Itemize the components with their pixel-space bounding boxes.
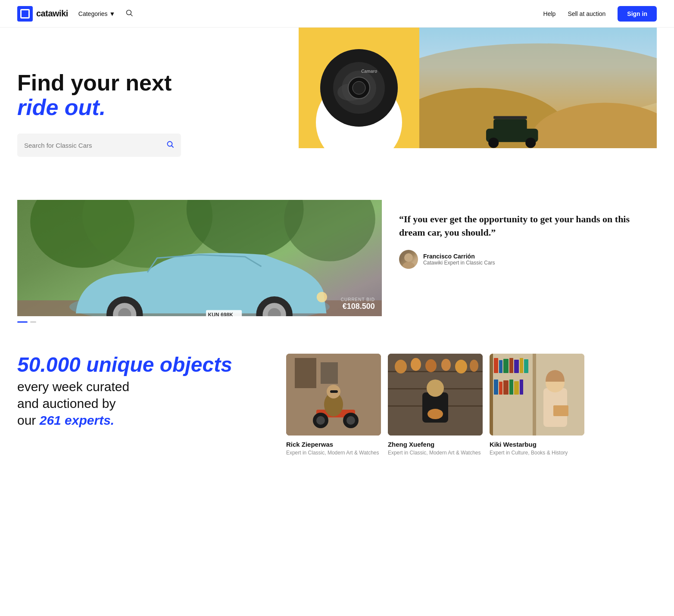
expert-img-1 [286, 354, 381, 436]
svg-rect-69 [499, 360, 502, 373]
logo-text: catawiki [36, 9, 68, 19]
dot-inactive[interactable] [30, 321, 36, 323]
svg-rect-75 [494, 380, 498, 395]
quote-text: “If you ever get the opportunity to get … [399, 213, 657, 240]
desert-landscape-img [419, 28, 657, 148]
author-name: Francisco Carrión [423, 253, 495, 260]
svg-rect-19 [493, 116, 527, 119]
expert-img-2 [388, 354, 483, 436]
svg-point-63 [427, 409, 443, 419]
svg-line-3 [172, 146, 174, 147]
hero-right: Camaro [299, 28, 657, 200]
svg-point-58 [441, 359, 451, 371]
svg-rect-73 [520, 358, 523, 373]
svg-point-55 [395, 360, 407, 373]
svg-rect-68 [494, 358, 498, 373]
hero-yellow-right [419, 28, 657, 148]
hero-headline: Find your next ride out. [17, 71, 281, 120]
expert-specialty-1: Expert in Classic, Modern Art & Watches [286, 450, 381, 456]
svg-point-44 [316, 416, 325, 425]
car-showcase-section: KUN 698K CURRENT BID €108.500 “If you ev… [0, 200, 674, 316]
logo-icon [17, 6, 33, 22]
svg-point-46 [346, 416, 355, 425]
expert-card-2: Zheng Xuefeng Expert in Classic, Modern … [388, 354, 483, 456]
signin-button[interactable]: Sign in [618, 6, 657, 22]
svg-rect-72 [514, 360, 519, 373]
author-info: Francisco Carrión Catawiki Expert in Cla… [423, 253, 495, 266]
svg-rect-40 [295, 358, 316, 388]
svg-rect-70 [503, 359, 509, 373]
quote-author: Francisco Carrión Catawiki Expert in Cla… [399, 250, 657, 269]
hero-section: Find your next ride out. [0, 28, 674, 200]
svg-point-57 [425, 359, 437, 372]
svg-rect-67 [533, 354, 536, 436]
expert-name-3: Kiki Westarbug [490, 441, 584, 448]
author-avatar [399, 250, 418, 269]
bid-overlay: CURRENT BID €108.500 [341, 297, 375, 311]
svg-rect-66 [490, 354, 493, 436]
experts-desc-line2: and auctioned by [17, 396, 116, 411]
search-submit-button[interactable] [166, 140, 174, 150]
experts-text-block: 50.000 unique objects every week curated… [17, 354, 260, 429]
svg-point-33 [317, 292, 327, 302]
svg-rect-49 [330, 390, 338, 393]
svg-rect-76 [499, 382, 502, 395]
experts-description: every week curated and auctioned by our … [17, 378, 260, 429]
expert-specialty-3: Expert in Culture, Books & History [490, 450, 584, 456]
experts-count: 261 experts. [40, 413, 114, 427]
experts-desc-line1: every week curated [17, 380, 129, 394]
author-title: Catawiki Expert in Classic Cars [423, 260, 495, 266]
expert-specialty-2: Expert in Classic, Modern Art & Watches [388, 450, 483, 456]
experts-section: 50.000 unique objects every week curated… [0, 328, 674, 473]
expert-img-3 [490, 354, 584, 436]
svg-rect-71 [509, 358, 513, 373]
svg-point-56 [411, 358, 421, 371]
svg-rect-78 [509, 380, 513, 395]
svg-point-0 [127, 10, 131, 15]
svg-point-36 [404, 253, 413, 262]
svg-rect-77 [503, 380, 509, 395]
categories-label: Categories [78, 10, 108, 17]
logo[interactable]: catawiki [17, 6, 68, 22]
carousel-dots [0, 316, 674, 328]
bid-label: CURRENT BID [341, 297, 375, 302]
experts-desc-line3: our [17, 413, 36, 427]
svg-point-62 [427, 380, 444, 397]
search-input[interactable] [24, 142, 166, 149]
categories-menu[interactable]: Categories ▼ [78, 10, 115, 17]
svg-point-60 [470, 360, 478, 372]
svg-rect-74 [524, 359, 528, 373]
svg-line-1 [131, 14, 133, 16]
experts-stat: 50.000 unique objects [17, 354, 260, 376]
svg-point-17 [488, 137, 499, 148]
hero-headline-blue: ride out. [17, 95, 106, 120]
car-closeup-img: Camaro [320, 49, 398, 127]
svg-rect-80 [520, 380, 523, 395]
svg-rect-83 [553, 405, 568, 416]
search-bar [17, 134, 181, 157]
navbar: catawiki Categories ▼ Help Sell at aucti… [0, 0, 674, 28]
chevron-down-icon: ▼ [109, 10, 115, 17]
help-link[interactable]: Help [543, 10, 556, 17]
hero-yellow-left: Camaro [299, 28, 419, 148]
svg-rect-16 [493, 119, 527, 131]
sell-link[interactable]: Sell at auction [568, 10, 605, 17]
dot-active[interactable] [17, 321, 28, 323]
car-quote-block: “If you ever get the opportunity to get … [399, 200, 657, 282]
expert-card-3: Kiki Westarbug Expert in Culture, Books … [490, 354, 584, 456]
svg-point-2 [168, 141, 172, 146]
nav-left: catawiki Categories ▼ [17, 6, 133, 22]
svg-rect-79 [514, 381, 519, 395]
expert-card-1: Rick Zieperwas Expert in Classic, Modern… [286, 354, 381, 456]
svg-text:Camaro: Camaro [361, 69, 377, 74]
experts-grid: Rick Zieperwas Expert in Classic, Modern… [286, 354, 657, 456]
svg-point-37 [403, 262, 415, 269]
search-icon[interactable] [125, 9, 133, 19]
nav-right: Help Sell at auction Sign in [543, 6, 657, 22]
svg-text:KUN 698K: KUN 698K [208, 312, 234, 316]
hero-left: Find your next ride out. [17, 28, 299, 200]
svg-point-18 [525, 137, 536, 148]
car-main-image: KUN 698K CURRENT BID €108.500 [17, 200, 382, 316]
expert-name-2: Zheng Xuefeng [388, 441, 483, 448]
expert-name-1: Rick Zieperwas [286, 441, 381, 448]
